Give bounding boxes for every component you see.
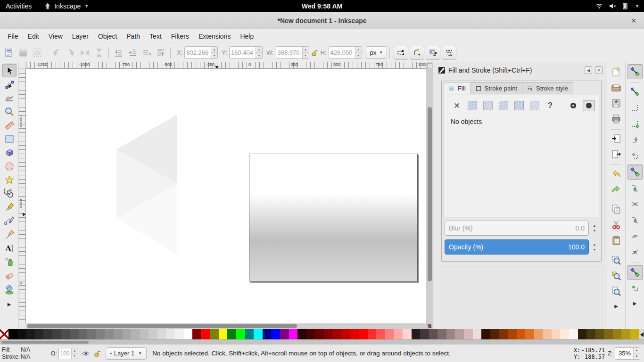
blur-spin-up[interactable]: ▲ xyxy=(593,224,596,227)
cut-button[interactable] xyxy=(609,218,623,232)
palette-swatch[interactable] xyxy=(464,329,473,339)
lower-one-step-button[interactable] xyxy=(125,46,140,60)
tab-fill[interactable]: Fill xyxy=(444,82,471,94)
lock-ratio-button[interactable] xyxy=(309,46,320,60)
w-spin-down[interactable]: ▼ xyxy=(303,53,309,58)
tool-zoom[interactable] xyxy=(2,105,17,118)
zoom-to-page-button[interactable] xyxy=(609,284,623,298)
palette-swatch[interactable] xyxy=(630,329,639,339)
commands-bar-expander[interactable]: ▶ xyxy=(614,304,618,309)
snap-to-paths-button[interactable] xyxy=(627,181,643,196)
palette-swatch[interactable] xyxy=(499,329,508,339)
palette-swatch[interactable] xyxy=(578,329,587,339)
snap-path-intersections-button[interactable] xyxy=(627,197,643,212)
palette-swatch[interactable] xyxy=(263,329,272,339)
scale-stroke-width-toggle[interactable] xyxy=(394,46,408,60)
palette-swatch[interactable] xyxy=(96,329,105,339)
palette-scroll-arrow-icon[interactable] xyxy=(640,332,644,337)
palette-scrollbar-thumb[interactable] xyxy=(1,341,89,344)
opacity-spin-up[interactable]: ▲ xyxy=(593,243,596,246)
palette-swatch[interactable] xyxy=(306,329,315,339)
opacity-spin-down[interactable]: ▼ xyxy=(72,354,78,359)
tool-rectangle[interactable] xyxy=(2,132,17,146)
palette-swatch[interactable] xyxy=(236,329,245,339)
palette-swatch[interactable] xyxy=(534,329,543,339)
palette-swatch[interactable] xyxy=(473,329,482,339)
snap-bbox-edge-midpoints-button[interactable] xyxy=(627,132,643,148)
palette-swatch[interactable] xyxy=(403,329,412,339)
tool-ellipse[interactable] xyxy=(2,159,17,173)
palette-swatch[interactable] xyxy=(184,329,193,339)
fill-rule-evenodd-button[interactable] xyxy=(567,100,579,111)
snap-nodes-toggle[interactable] xyxy=(627,165,643,180)
tab-stroke-style[interactable]: Stroke style xyxy=(522,82,573,94)
scrollbar-corner-button[interactable] xyxy=(427,63,432,68)
palette-swatch[interactable] xyxy=(368,329,377,339)
palette-swatch[interactable] xyxy=(17,329,26,339)
palette-swatch[interactable] xyxy=(394,329,403,339)
palette-swatch[interactable] xyxy=(385,329,394,339)
export-button[interactable] xyxy=(609,147,623,161)
linear-gradient-button[interactable] xyxy=(482,100,494,111)
palette-swatch[interactable] xyxy=(490,329,499,339)
palette-swatch[interactable] xyxy=(412,329,421,339)
palette-swatch[interactable] xyxy=(604,329,613,339)
palette-swatch[interactable] xyxy=(70,329,79,339)
palette-swatch[interactable] xyxy=(227,329,236,339)
palette-swatch[interactable] xyxy=(455,329,464,339)
menu-file[interactable]: File xyxy=(3,30,23,42)
vertical-ruler[interactable]: 1000 500 0 xyxy=(19,69,26,323)
palette-swatch[interactable] xyxy=(271,329,280,339)
print-button[interactable] xyxy=(609,112,623,126)
zoom-spin-down[interactable]: ▼ xyxy=(634,354,640,359)
zoom-spin-up[interactable]: ▲ xyxy=(634,348,640,354)
horizontal-scrollbar[interactable] xyxy=(26,323,426,329)
palette-swatch[interactable] xyxy=(376,329,385,339)
palette-swatch[interactable] xyxy=(79,329,88,339)
palette-swatch[interactable] xyxy=(429,329,438,339)
fill-stroke-indicator[interactable]: Fill: N/A Stroke: N/A xyxy=(0,346,44,360)
new-document-button[interactable] xyxy=(609,65,623,79)
select-all-layers-button[interactable] xyxy=(16,46,30,60)
tool-spiral[interactable] xyxy=(2,187,17,200)
h-field[interactable]: 426.050 ▲▼ xyxy=(329,46,362,59)
palette-swatch[interactable] xyxy=(420,329,429,339)
palette-swatch[interactable] xyxy=(149,329,157,339)
zoom-to-selection-button[interactable] xyxy=(609,253,623,267)
object-opacity-field[interactable]: 100 ▲▼ xyxy=(58,348,78,359)
undo-button[interactable] xyxy=(609,167,623,181)
no-paint-button[interactable]: ✕ xyxy=(451,100,463,111)
radial-gradient-button[interactable] xyxy=(497,100,510,111)
x-field[interactable]: -802.266 ▲▼ xyxy=(184,46,218,59)
tab-stroke-paint[interactable]: Stroke paint xyxy=(471,82,522,94)
paste-button[interactable] xyxy=(609,233,623,247)
palette-swatch[interactable] xyxy=(332,329,341,339)
palette-swatch[interactable] xyxy=(210,329,219,339)
redo-button[interactable] xyxy=(609,182,623,197)
current-layer-selector[interactable]: • Layer 1 ▼ xyxy=(106,347,147,360)
palette-swatch[interactable] xyxy=(569,329,578,339)
palette-swatch[interactable] xyxy=(481,329,490,339)
layer-lock-toggle[interactable] xyxy=(93,350,101,357)
palette-swatch[interactable] xyxy=(446,329,455,339)
snap-cusp-nodes-button[interactable] xyxy=(627,213,643,228)
window-close-button[interactable]: ✕ xyxy=(629,16,638,25)
snap-bar-expander[interactable]: ▶ xyxy=(633,301,637,306)
palette-swatch[interactable] xyxy=(525,329,534,339)
window-titlebar[interactable]: *New document 1 - Inkscape ✕ xyxy=(0,12,644,29)
unit-selector[interactable]: px ▼ xyxy=(366,46,388,59)
move-patterns-toggle[interactable] xyxy=(442,46,456,60)
tool-calligraphy[interactable] xyxy=(2,228,17,241)
vertical-scrollbar[interactable] xyxy=(426,62,433,323)
unknown-paint-button[interactable]: ? xyxy=(544,100,556,111)
opacity-spinslider[interactable]: Opacity (%) 100.0 ▲▼ xyxy=(445,239,598,255)
deselect-button[interactable] xyxy=(30,46,44,60)
raise-one-step-button[interactable] xyxy=(140,46,154,60)
y-field[interactable]: 160.404 ▲▼ xyxy=(229,46,263,59)
palette-swatch[interactable] xyxy=(114,329,123,339)
tool-spray[interactable] xyxy=(2,255,17,269)
y-spin-down[interactable]: ▼ xyxy=(256,53,262,58)
lower-to-bottom-button[interactable] xyxy=(111,46,125,60)
palette-swatch[interactable] xyxy=(26,329,35,339)
menu-edit[interactable]: Edit xyxy=(23,30,44,42)
